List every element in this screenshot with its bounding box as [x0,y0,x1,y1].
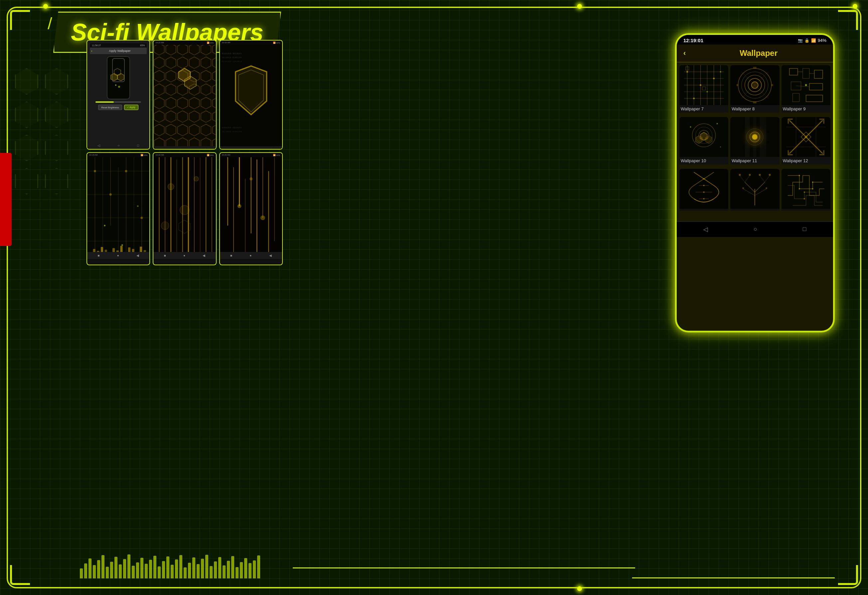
eq-bar [84,563,87,578]
phone-bokeh-lines[interactable]: 10:19 AM📶 94% [153,152,216,265]
device-nav-back[interactable]: ◁ [703,226,708,233]
eq-bar [192,557,195,578]
eq-bar [149,560,152,578]
wallpaper-8-thumb[interactable]: Wallpaper 8 [730,65,779,115]
eq-bar [114,557,117,578]
shield-wallpaper: 01001010 10110101 10110010 01001100 0110… [220,45,282,150]
phones-section: 11:58:27 85% ‹ Apply Wallpaper [87,40,283,265]
phone-apply-screen[interactable]: 11:58:27 85% ‹ Apply Wallpaper [87,40,150,150]
device-app-title: Wallpaper [691,49,827,58]
wallpaper-10-thumb[interactable]: Wallpaper 10 [679,117,728,167]
phone-bottom-row: 10:19 AM📶 94% [87,152,283,265]
svg-point-126 [686,71,688,73]
wallpaper-9-thumb[interactable]: Wallpaper 9 [781,65,830,115]
svg-point-205 [749,174,751,176]
svg-point-5 [118,86,120,88]
phone3-nav-bar: ■ ● ◀ [220,146,282,150]
nav-back-icon[interactable]: ◁ [97,144,100,147]
eq-bar [205,555,208,578]
wallpaper-9-label: Wallpaper 9 [781,105,830,113]
device-back-button[interactable]: ‹ [683,49,686,57]
eq-bar [132,566,135,578]
phone2-nav-bar: ■ ● ◀ [154,146,216,150]
corner-decoration-tr [838,10,858,30]
svg-point-165 [690,126,691,128]
eq-bar [106,567,109,578]
device-nav-bar: ◁ ○ □ [677,221,833,237]
corner-decoration-tl [10,10,30,30]
glow-dot-4 [577,586,582,591]
nav-home-icon[interactable]: ○ [118,144,120,147]
wallpaper-11-label: Wallpaper 11 [730,157,779,165]
eq-bar [166,557,169,578]
device-app-header: ‹ Wallpaper [677,44,833,62]
svg-rect-9 [154,45,216,150]
phone4-nav-bar: ■ ● ◀ [87,252,149,259]
eq-bar [231,556,234,578]
svg-point-34 [104,225,105,226]
eq-bar [154,556,156,578]
eq-bar [248,563,251,578]
glow-dot-3 [853,4,857,9]
wallpaper-14-thumb[interactable] [730,169,779,219]
eq-bar [179,555,182,578]
wallpaper-11-thumb[interactable]: Wallpaper 11 [730,117,779,167]
phone1-status: 11:58:27 85% [90,43,147,47]
svg-text:01001010 10110101: 01001010 10110101 [222,127,242,129]
svg-point-32 [125,170,127,172]
battery-level: 94% [818,38,827,43]
glow-dot-1 [43,4,48,9]
eq-bar [110,562,113,578]
svg-point-4 [115,84,117,86]
svg-point-206 [759,174,761,176]
svg-point-31 [109,193,112,196]
svg-point-79 [249,178,252,181]
phone-shield-pattern[interactable]: 10:19 AM📶 94% 01001010 10110101 10110010… [219,40,283,150]
wallpaper-12-label: Walipaper 12 [781,157,830,165]
reset-brightness-button[interactable]: Reset Brightness [98,105,122,110]
svg-marker-2 [111,74,117,81]
wallpaper-8-label: Wallpaper 8 [730,105,779,113]
eq-bar [214,561,217,578]
apply-button[interactable]: ✓ Apply [124,105,139,110]
wallpaper-12-thumb[interactable]: Walipaper 12 [781,117,830,167]
phone-circuit-pattern[interactable]: 10:19 AM📶 94% [87,152,150,265]
svg-point-166 [717,123,718,124]
eq-bar [140,558,143,578]
action-buttons: Reset Brightness ✓ Apply [90,105,147,110]
device-nav-home[interactable]: ○ [754,226,757,233]
device-time: 12:19:01 [683,38,703,43]
brightness-bar [96,102,141,103]
wallpaper-14-label [730,209,779,211]
svg-point-191 [703,185,705,186]
signal-icon: 📷 [798,38,803,43]
wallpaper-7-thumb[interactable]: Wallpaper 7 [679,65,728,115]
svg-point-167 [720,147,721,147]
phone-streak-lines[interactable]: 10:20 AM📶 94% [219,152,283,265]
nav-recent-icon[interactable]: □ [137,144,139,147]
svg-point-192 [703,191,705,193]
eq-bar [236,567,239,578]
wallpaper-15-label [781,209,830,211]
svg-point-215 [803,198,805,199]
phone5-nav-bar: ■ ● ◀ [154,252,216,259]
phone-hex-pattern[interactable]: 10:22 AM📶 94% ■ ● [153,40,216,150]
svg-point-78 [237,204,241,208]
corner-decoration-bl [10,565,30,585]
svg-point-216 [803,191,805,193]
svg-point-128 [713,78,714,80]
svg-rect-143 [753,102,757,103]
device-nav-recent[interactable]: □ [803,226,806,233]
wallpaper-15-thumb[interactable] [781,169,830,219]
svg-rect-144 [737,84,738,86]
eq-bar [210,566,213,578]
wallpaper-10-label: Wallpaper 10 [679,157,728,165]
back-arrow-icon[interactable]: ‹ [91,49,93,53]
eq-bar [223,566,226,578]
eq-bar [89,558,92,578]
svg-marker-3 [117,74,124,81]
wallpaper-13-thumb[interactable] [679,169,728,219]
svg-point-127 [700,84,701,86]
eq-bar [127,554,130,578]
svg-text:10110010 01001100: 10110010 01001100 [222,131,242,133]
